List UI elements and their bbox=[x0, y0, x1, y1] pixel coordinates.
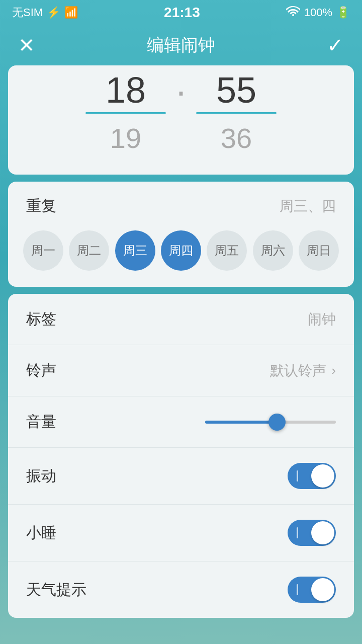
repeat-section: 重复 周三、四 周一 周二 周三 周四 周五 周六 周日 bbox=[8, 182, 354, 287]
label-setting-right: 闹钟 bbox=[308, 310, 336, 329]
repeat-header: 重复 周三、四 bbox=[8, 182, 354, 226]
days-row: 周一 周二 周三 周四 周五 周六 周日 bbox=[8, 226, 354, 287]
slider-thumb[interactable] bbox=[268, 414, 286, 431]
volume-row: 音量 bbox=[8, 396, 354, 448]
battery-label: 100% bbox=[304, 6, 332, 19]
day-friday[interactable]: 周五 bbox=[207, 230, 247, 271]
toggle-line-vibration bbox=[297, 470, 298, 481]
status-right: 100% 🔋 bbox=[286, 6, 350, 19]
vibration-label: 振动 bbox=[26, 466, 56, 487]
status-bar: 无SIM ⚡ 📶 21:13 100% 🔋 bbox=[0, 0, 362, 25]
snooze-label: 小睡 bbox=[26, 523, 56, 543]
toggle-line-weather bbox=[297, 584, 298, 595]
volume-label: 音量 bbox=[26, 412, 56, 432]
day-thursday[interactable]: 周四 bbox=[161, 230, 201, 271]
toggle-line-snooze bbox=[297, 527, 298, 538]
repeat-value: 周三、四 bbox=[280, 197, 336, 216]
day-monday[interactable]: 周一 bbox=[23, 230, 63, 271]
weather-label: 天气提示 bbox=[26, 580, 86, 600]
next-minute: 36 bbox=[221, 122, 252, 154]
hour-underline bbox=[85, 112, 166, 114]
day-saturday[interactable]: 周六 bbox=[253, 230, 293, 271]
selected-hour: 18 bbox=[106, 70, 146, 110]
ringtone-value: 默认铃声 bbox=[270, 361, 326, 380]
time-picker: 18 19 · 55 36 bbox=[8, 65, 354, 175]
day-sunday[interactable]: 周日 bbox=[299, 230, 339, 271]
status-left: 无SIM ⚡ 📶 bbox=[12, 5, 78, 20]
status-time: 21:13 bbox=[164, 5, 200, 21]
label-setting-value: 闹钟 bbox=[308, 310, 336, 329]
toggle-knob-snooze bbox=[311, 521, 334, 544]
weather-toggle[interactable] bbox=[288, 577, 336, 603]
page-title: 编辑闹钟 bbox=[147, 34, 215, 57]
no-sim-label: 无SIM bbox=[12, 5, 43, 20]
day-tuesday[interactable]: 周二 bbox=[69, 230, 109, 271]
ringtone-row[interactable]: 铃声 默认铃声 › bbox=[8, 345, 354, 396]
label-row[interactable]: 标签 闹钟 bbox=[8, 294, 354, 345]
battery-icon: 🔋 bbox=[336, 6, 350, 19]
selected-minute: 55 bbox=[216, 70, 256, 110]
toggle-knob-vibration bbox=[311, 464, 334, 488]
minute-column[interactable]: 55 36 bbox=[186, 70, 287, 154]
confirm-button[interactable]: ✓ bbox=[327, 35, 344, 55]
next-hour: 19 bbox=[110, 122, 141, 154]
snooze-row: 小睡 bbox=[8, 505, 354, 561]
header: ✕ 编辑闹钟 ✓ bbox=[0, 25, 362, 65]
vibration-row: 振动 bbox=[8, 448, 354, 505]
snooze-toggle[interactable] bbox=[288, 520, 336, 546]
ringtone-chevron: › bbox=[331, 363, 336, 378]
wifi-icon bbox=[286, 6, 300, 19]
signal-icon: 📶 bbox=[64, 6, 78, 19]
repeat-label: 重复 bbox=[26, 196, 56, 216]
vibration-toggle[interactable] bbox=[288, 463, 336, 489]
slider-fill bbox=[205, 421, 277, 424]
close-button[interactable]: ✕ bbox=[18, 35, 35, 55]
settings-section: 标签 闹钟 铃声 默认铃声 › 音量 振动 小睡 bbox=[8, 294, 354, 618]
ringtone-label: 铃声 bbox=[26, 360, 56, 381]
hour-column[interactable]: 18 19 bbox=[75, 70, 176, 154]
volume-slider[interactable] bbox=[205, 421, 336, 424]
usb-icon: ⚡ bbox=[47, 6, 60, 19]
weather-row: 天气提示 bbox=[8, 561, 354, 618]
toggle-knob-weather bbox=[311, 578, 334, 601]
day-wednesday[interactable]: 周三 bbox=[115, 230, 155, 271]
time-separator: · bbox=[176, 70, 186, 111]
minute-underline bbox=[196, 112, 277, 114]
slider-track[interactable] bbox=[205, 421, 336, 424]
label-setting-label: 标签 bbox=[26, 309, 56, 330]
ringtone-right: 默认铃声 › bbox=[270, 361, 336, 380]
